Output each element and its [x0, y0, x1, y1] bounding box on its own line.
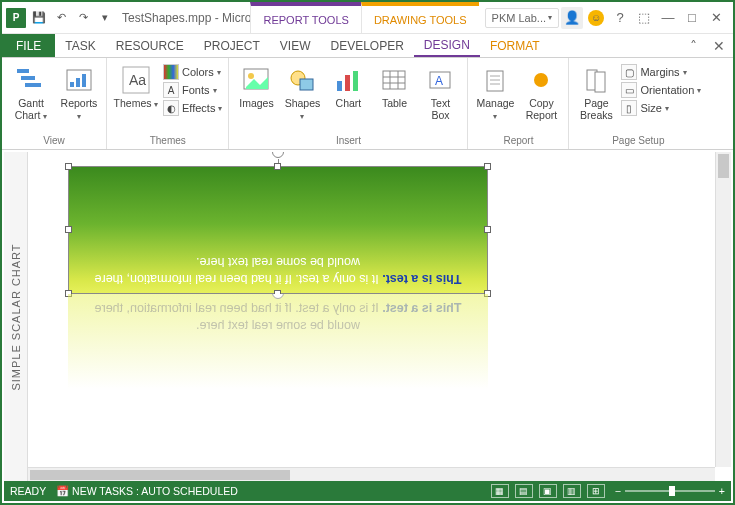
- side-panel-label[interactable]: SIMPLE SCALAR CHART: [4, 152, 28, 481]
- zoom-out-icon[interactable]: −: [615, 485, 621, 497]
- zoom-slider[interactable]: − +: [615, 485, 725, 497]
- resize-handle[interactable]: [65, 163, 72, 170]
- table-button[interactable]: Table: [373, 60, 415, 110]
- page-breaks-button[interactable]: Page Breaks: [575, 60, 617, 121]
- effects-button[interactable]: ◐Effects▾: [163, 100, 222, 116]
- document-surface[interactable]: This is a test. It is only a test. If it…: [28, 152, 715, 467]
- zoom-thumb[interactable]: [669, 486, 675, 496]
- view-shortcut-1[interactable]: ▦: [491, 484, 509, 498]
- minimize-icon[interactable]: —: [657, 7, 679, 29]
- help-icon[interactable]: ?: [609, 7, 631, 29]
- reports-icon: [63, 64, 95, 96]
- status-bar: READY 📅 NEW TASKS : AUTO SCHEDULED ▦ ▤ ▣…: [4, 481, 731, 501]
- ribbon-display-icon[interactable]: ⬚: [633, 7, 655, 29]
- account-menu[interactable]: PKM Lab...▾: [485, 8, 559, 28]
- collapse-ribbon-icon[interactable]: ˄: [682, 34, 705, 57]
- size-button[interactable]: ▯Size▾: [621, 100, 701, 116]
- tab-format[interactable]: FORMAT: [480, 34, 550, 57]
- themes-button[interactable]: Aa Themes ▾: [113, 60, 159, 110]
- view-shortcut-4[interactable]: ▥: [563, 484, 581, 498]
- context-tab-report-tools[interactable]: REPORT TOOLS: [250, 2, 360, 33]
- themes-label: Themes: [114, 97, 152, 109]
- user-avatar[interactable]: 👤: [561, 7, 583, 29]
- group-view: Gantt Chart ▾ Reports ▾ View: [2, 58, 107, 149]
- vertical-scrollbar[interactable]: [715, 152, 731, 467]
- size-icon: ▯: [621, 100, 637, 116]
- tab-row: FILE TASK RESOURCE PROJECT VIEW DEVELOPE…: [2, 34, 733, 58]
- fonts-button[interactable]: AFonts▾: [163, 82, 222, 98]
- images-label: Images: [239, 98, 273, 110]
- reports-label: Reports: [61, 97, 98, 109]
- svg-rect-12: [300, 79, 313, 90]
- margins-label: Margins: [640, 66, 679, 78]
- view-shortcut-5[interactable]: ⊞: [587, 484, 605, 498]
- resize-handle[interactable]: [274, 163, 281, 170]
- feedback-smiley-icon[interactable]: ☺: [585, 7, 607, 29]
- textbox-icon: A: [424, 64, 456, 96]
- group-page-setup-label: Page Setup: [575, 134, 701, 149]
- textbox-button[interactable]: AText Box: [419, 60, 461, 121]
- account-label: PKM Lab...: [492, 12, 546, 24]
- zoom-track[interactable]: [625, 490, 715, 492]
- resize-handle[interactable]: [484, 226, 491, 233]
- save-icon[interactable]: 💾: [30, 9, 48, 27]
- rotate-handle-icon[interactable]: [272, 152, 284, 158]
- svg-point-10: [248, 73, 254, 79]
- context-tab-drawing-tools[interactable]: DRAWING TOOLS: [361, 2, 479, 33]
- reports-button[interactable]: Reports ▾: [58, 60, 100, 121]
- svg-rect-14: [345, 75, 350, 91]
- copy-report-button[interactable]: Copy Report: [520, 60, 562, 121]
- chart-button[interactable]: Chart: [327, 60, 369, 110]
- status-newtasks-label: NEW TASKS : AUTO SCHEDULED: [72, 485, 238, 497]
- gantt-chart-icon: [15, 64, 47, 96]
- zoom-in-icon[interactable]: +: [719, 485, 725, 497]
- scrollbar-thumb[interactable]: [30, 470, 290, 480]
- manage-button[interactable]: Manage ▾: [474, 60, 516, 121]
- group-report-label: Report: [474, 134, 562, 149]
- images-button[interactable]: Images: [235, 60, 277, 110]
- undo-icon[interactable]: ↶: [52, 9, 70, 27]
- margins-button[interactable]: ▢Margins▾: [621, 64, 701, 80]
- qat-dropdown-icon[interactable]: ▾: [96, 9, 114, 27]
- status-ready: READY: [10, 485, 46, 497]
- shapes-button[interactable]: Shapes ▾: [281, 60, 323, 121]
- group-insert-label: Insert: [235, 134, 461, 149]
- tab-design[interactable]: DESIGN: [414, 34, 480, 57]
- tab-file[interactable]: FILE: [2, 34, 55, 57]
- redo-icon[interactable]: ↷: [74, 9, 92, 27]
- quick-access-toolbar: P 💾 ↶ ↷ ▾: [2, 8, 114, 28]
- gantt-chart-button[interactable]: Gantt Chart ▾: [8, 60, 54, 121]
- resize-handle[interactable]: [484, 163, 491, 170]
- orientation-button[interactable]: ▭Orientation▾: [621, 82, 701, 98]
- tab-task[interactable]: TASK: [55, 34, 105, 57]
- tab-view[interactable]: VIEW: [270, 34, 321, 57]
- tab-resource[interactable]: RESOURCE: [106, 34, 194, 57]
- horizontal-scrollbar[interactable]: [28, 467, 715, 481]
- colors-icon: [163, 64, 179, 80]
- tab-project[interactable]: PROJECT: [194, 34, 270, 57]
- resize-handle[interactable]: [65, 226, 72, 233]
- reflection-rotate-icon: [272, 294, 284, 299]
- app-icon[interactable]: P: [6, 8, 26, 28]
- status-newtasks[interactable]: 📅 NEW TASKS : AUTO SCHEDULED: [56, 485, 238, 498]
- shape-text: This is a test. It is only a test. If it…: [69, 253, 487, 287]
- colors-button[interactable]: Colors▾: [163, 64, 222, 80]
- effects-icon: ◐: [163, 100, 179, 116]
- images-icon: [240, 64, 272, 96]
- copy-report-label: Copy Report: [526, 98, 558, 121]
- view-shortcut-2[interactable]: ▤: [515, 484, 533, 498]
- close-subwindow-icon[interactable]: ✕: [705, 34, 733, 57]
- view-shortcut-3[interactable]: ▣: [539, 484, 557, 498]
- group-view-label: View: [8, 134, 100, 149]
- group-themes: Aa Themes ▾ Colors▾ AFonts▾ ◐Effects▾ Th…: [107, 58, 229, 149]
- svg-text:Aa: Aa: [129, 72, 146, 88]
- scrollbar-thumb[interactable]: [718, 154, 729, 178]
- copy-report-icon: [525, 64, 557, 96]
- tab-developer[interactable]: DEVELOPER: [321, 34, 414, 57]
- selected-shape[interactable]: This is a test. It is only a test. If it…: [68, 166, 488, 394]
- close-icon[interactable]: ✕: [705, 7, 727, 29]
- shape-body[interactable]: This is a test. It is only a test. If it…: [68, 166, 488, 294]
- svg-rect-4: [70, 82, 74, 87]
- group-page-setup: Page Breaks ▢Margins▾ ▭Orientation▾ ▯Siz…: [569, 58, 707, 149]
- restore-icon[interactable]: □: [681, 7, 703, 29]
